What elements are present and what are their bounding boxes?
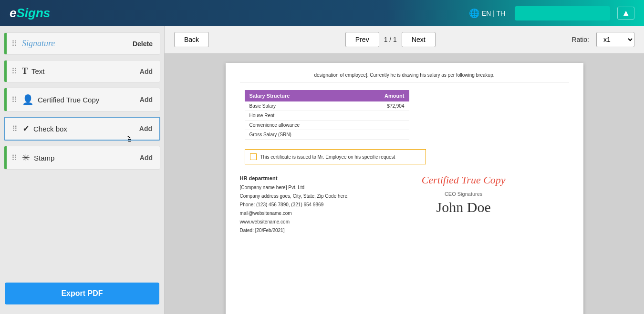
- row-house-rent-label: House Rent: [245, 111, 355, 121]
- header: eSigns 🌐 EN | TH ▲: [0, 0, 644, 26]
- sidebar-bar-signature: [4, 33, 7, 54]
- col-amount: Amount: [355, 90, 409, 101]
- hr-date: Dated: [20/Feb/2021]: [240, 226, 349, 235]
- table-row: House Rent: [245, 111, 409, 121]
- cert-checkbox-text: This certificate is issued to Mr. Employ…: [260, 154, 395, 160]
- content-area: Back Prev 1 / 1 Next Ratio: x1 x0.5 x1.5…: [165, 26, 644, 314]
- document-page: designation of employee]. Currently he i…: [226, 63, 583, 314]
- page-info: 1 / 1: [384, 36, 397, 43]
- hr-title: HR department: [240, 174, 349, 183]
- sidebar-signature-label: Signature: [22, 39, 133, 49]
- sidebar-text-action[interactable]: Add: [140, 68, 153, 75]
- sidebar-item-stamp[interactable]: ⠿ ✳ Stamp Add: [4, 146, 160, 170]
- header-search-input[interactable]: [515, 6, 610, 20]
- sidebar-checkbox-action[interactable]: Add: [139, 125, 152, 132]
- cert-checkbox[interactable]: [250, 153, 257, 160]
- col-salary-structure: Salary Structure: [245, 90, 355, 101]
- hr-address: Company address goes, City, State, Zip C…: [240, 192, 349, 201]
- hr-phone: Phone: (123) 456 7890, (321) 654 9869: [240, 201, 349, 209]
- logo: eSigns: [10, 6, 50, 20]
- sidebar-certified-action[interactable]: Add: [140, 96, 153, 103]
- sidebar-stamp-label: Stamp: [34, 154, 140, 162]
- chevron-up-icon[interactable]: ▲: [617, 7, 634, 20]
- cert-true-copy-section: Certified True Copy CEO Signatures John …: [349, 174, 569, 215]
- table-row: Convenience allowance: [245, 121, 409, 130]
- sidebar-item-certified[interactable]: ⠿ 👤 Certified True Copy Add: [4, 88, 160, 111]
- ratio-select[interactable]: x1 x0.5 x1.5 x2: [596, 32, 634, 47]
- table-row: Gross Salary (SRN): [245, 130, 409, 140]
- sidebar-item-signature[interactable]: ⠿ Signature Delete: [4, 32, 160, 55]
- table-row: Basic Salary $72,904: [245, 101, 409, 111]
- sidebar-bar-text: [4, 61, 7, 82]
- sidebar-stamp-action[interactable]: Add: [140, 154, 153, 162]
- sidebar-bar-certified: [4, 88, 7, 111]
- drag-handle-text: ⠿: [11, 67, 17, 76]
- doc-intro-text: designation of employee]. Currently he i…: [240, 72, 569, 83]
- sidebar-text-label: Text: [31, 67, 140, 75]
- document-area: designation of employee]. Currently he i…: [165, 53, 644, 314]
- ceo-name: John Doe: [358, 199, 569, 215]
- cursor-icon: 🖱: [125, 135, 133, 143]
- hr-email: mail@websitename.com: [240, 209, 349, 218]
- ceo-label: CEO Signatures: [358, 191, 569, 197]
- row-house-rent-value: [355, 111, 409, 121]
- sidebar-item-checkbox[interactable]: ⠿ ✓ Check box Add 🖱: [4, 117, 160, 141]
- row-convenience-value: [355, 121, 409, 130]
- row-gross-salary-label: Gross Salary (SRN): [245, 130, 355, 140]
- sidebar-signature-action[interactable]: Delete: [133, 40, 153, 48]
- hr-info: HR department [Company name here] Pvt. L…: [240, 174, 349, 235]
- hr-website: www.websitename.com: [240, 218, 349, 226]
- stamp-icon: ✳: [22, 152, 30, 163]
- text-icon: T: [22, 66, 28, 76]
- drag-handle-checkbox: ⠿: [12, 124, 18, 133]
- drag-handle-signature: ⠿: [11, 39, 17, 48]
- language-text: EN | TH: [482, 10, 505, 17]
- toolbar: Back Prev 1 / 1 Next Ratio: x1 x0.5 x1.5…: [165, 26, 644, 53]
- checkbox-icon: ✓: [22, 123, 30, 134]
- main-layout: ⠿ Signature Delete ⠿ T Text Add ⠿ 👤 Cert…: [0, 26, 644, 314]
- language-selector[interactable]: 🌐 EN | TH: [469, 8, 505, 19]
- row-gross-salary-value: [355, 130, 409, 140]
- hr-company: [Company name here] Pvt. Ltd: [240, 183, 349, 192]
- row-basic-salary-value: $72,904: [355, 101, 409, 111]
- sidebar-checkbox-label: Check box: [33, 125, 139, 133]
- doc-footer: HR department [Company name here] Pvt. L…: [240, 174, 569, 235]
- drag-handle-stamp: ⠿: [11, 153, 17, 162]
- prev-button[interactable]: Prev: [345, 32, 379, 47]
- export-pdf-button[interactable]: Export PDF: [5, 283, 159, 304]
- row-basic-salary-label: Basic Salary: [245, 101, 355, 111]
- sidebar-certified-label: Certified True Copy: [38, 96, 140, 104]
- sidebar-bar-stamp: [4, 146, 7, 169]
- next-button[interactable]: Next: [402, 32, 436, 47]
- sidebar: ⠿ Signature Delete ⠿ T Text Add ⠿ 👤 Cert…: [0, 26, 165, 314]
- sidebar-item-text[interactable]: ⠿ T Text Add: [4, 60, 160, 82]
- cert-true-copy-text: Certified True Copy: [358, 174, 569, 186]
- salary-table: Salary Structure Amount Basic Salary $72…: [245, 90, 409, 140]
- drag-handle-certified: ⠿: [11, 95, 17, 104]
- globe-icon: 🌐: [469, 8, 479, 19]
- row-convenience-label: Convenience allowance: [245, 121, 355, 130]
- certified-icon: 👤: [22, 94, 34, 105]
- back-button[interactable]: Back: [174, 32, 209, 47]
- ratio-label: Ratio:: [571, 36, 589, 43]
- cert-checkbox-row: This certificate is issued to Mr. Employ…: [245, 149, 426, 164]
